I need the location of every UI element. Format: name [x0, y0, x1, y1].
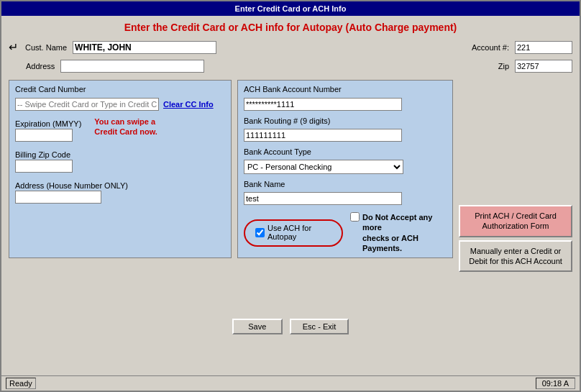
print-auth-button[interactable]: Print ACH / Credit CardAuthorization For… [459, 205, 572, 237]
expiration-group: Expiration (MMYY) [15, 117, 81, 142]
use-ach-label: Use ACH for Autopay [267, 224, 331, 241]
title-bar: Enter Credit Card or ACH Info [1, 1, 580, 16]
billing-zip-input[interactable] [15, 160, 73, 173]
swipe-hint: You can swipe a Credit Card now. [94, 117, 157, 137]
title-bar-text: Enter Credit Card or ACH Info [6, 4, 575, 13]
cursor-icon: ↵ [9, 40, 18, 54]
bottom-buttons-row: Save Esc - Exit [9, 282, 572, 371]
address-input[interactable] [60, 60, 204, 73]
main-window: Enter Credit Card or ACH Info Enter the … [0, 0, 581, 392]
status-bar: Ready 09:18 A [1, 375, 580, 391]
account-type-select[interactable]: PC - Personal Checking PS - Personal Sav… [244, 160, 403, 174]
status-time: 09:18 A [536, 378, 575, 389]
routing-label: Bank Routing # (9 digits) [244, 117, 447, 125]
panels-area: Credit Card Number Clear CC Info Expirat… [9, 80, 572, 272]
page-title: Enter the Credit Card or ACH info for Au… [9, 22, 572, 33]
billing-address-label: Address (House Number ONLY) [15, 181, 225, 190]
do-not-accept-row: Do Not Accept any morechecks or ACH Paym… [350, 212, 447, 253]
use-ach-container: Use ACH for Autopay [244, 219, 343, 247]
expiration-input[interactable] [15, 129, 73, 142]
credit-card-panel: Credit Card Number Clear CC Info Expirat… [9, 80, 232, 258]
main-content: Enter the Credit Card or ACH info for Au… [1, 16, 580, 375]
do-not-accept-checkbox[interactable] [350, 212, 360, 222]
cust-name-input[interactable] [73, 41, 216, 54]
zip-label: Zip [498, 62, 509, 70]
ach-panel: ACH Bank Account Number Bank Routing # (… [237, 80, 453, 258]
bank-name-input[interactable] [244, 192, 402, 205]
status-ready: Ready [6, 378, 36, 389]
do-not-accept-label: Do Not Accept any morechecks or ACH Paym… [362, 212, 447, 253]
zip-input[interactable] [515, 60, 572, 73]
use-ach-checkbox[interactable] [255, 228, 265, 237]
account-type-label: Bank Account Type [244, 147, 447, 156]
panels-container: Credit Card Number Clear CC Info Expirat… [9, 80, 453, 258]
routing-input[interactable] [244, 129, 402, 142]
billing-address-group: Address (House Number ONLY) [15, 178, 225, 204]
bank-name-label: Bank Name [244, 180, 447, 188]
billing-address-input[interactable] [15, 191, 101, 204]
account-label: Account #: [472, 43, 509, 52]
address-label: Address [26, 62, 55, 70]
cc-section-label: Credit Card Number [15, 85, 225, 94]
expiration-label: Expiration (MMYY) [15, 119, 81, 128]
cc-number-row: Clear CC Info [15, 98, 225, 111]
ach-account-input[interactable] [244, 98, 402, 111]
clear-cc-link[interactable]: Clear CC Info [163, 100, 214, 109]
action-buttons-col: Print ACH / Credit CardAuthorization For… [459, 80, 572, 272]
cc-number-input[interactable] [15, 98, 159, 111]
manually-enter-button[interactable]: Manually enter a Credit orDebit for this… [459, 240, 572, 273]
account-input[interactable] [515, 41, 572, 54]
ach-section-label: ACH Bank Account Number [244, 85, 447, 94]
cust-name-label: Cust. Name [25, 43, 67, 52]
billing-zip-label: Billing Zip Code [15, 150, 225, 159]
esc-button[interactable]: Esc - Exit [290, 319, 349, 334]
save-button[interactable]: Save [232, 319, 283, 334]
billing-zip-group: Billing Zip Code [15, 147, 225, 173]
